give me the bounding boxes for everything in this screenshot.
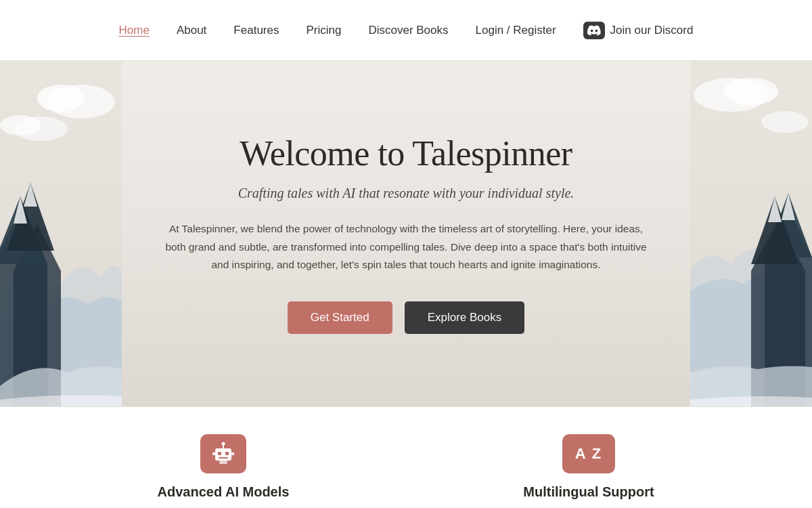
right-decoration — [690, 61, 812, 406]
feature-multilingual-title: Multilingual Support — [523, 484, 654, 500]
svg-marker-15 — [782, 193, 795, 220]
svg-rect-17 — [215, 448, 231, 461]
hero-section: Welcome to Talespinner Crafting tales wi… — [0, 61, 812, 406]
svg-rect-19 — [225, 452, 229, 455]
discord-label: Join our Discord — [610, 24, 694, 37]
hero-content: Welcome to Talespinner Crafting tales wi… — [162, 133, 650, 333]
svg-marker-7 — [14, 196, 27, 224]
feature-multilingual: A Z Multilingual Support Write in any la… — [460, 434, 717, 508]
nav-pricing[interactable]: Pricing — [306, 24, 341, 37]
nav-discover-books[interactable]: Discover Books — [368, 24, 448, 37]
nav-features[interactable]: Features — [233, 24, 279, 37]
navigation: Home About Features Pricing Discover Boo… — [0, 0, 812, 61]
svg-point-4 — [0, 115, 41, 135]
svg-marker-6 — [7, 183, 54, 251]
svg-rect-18 — [218, 452, 221, 455]
hero-description: At Talespinner, we blend the power of te… — [162, 220, 650, 274]
svg-marker-16 — [768, 196, 782, 222]
svg-point-22 — [222, 442, 225, 446]
left-decoration — [0, 61, 122, 406]
svg-marker-14 — [751, 196, 798, 264]
nav-login-register[interactable]: Login / Register — [476, 24, 556, 37]
multilingual-icon-box: A Z — [562, 434, 615, 473]
explore-books-button[interactable]: Explore Books — [405, 301, 525, 334]
get-started-button[interactable]: Get Started — [288, 301, 392, 334]
svg-rect-24 — [231, 452, 234, 455]
svg-rect-20 — [219, 457, 228, 459]
feature-ai-models: Advanced AI Models Access multiple front… — [95, 434, 352, 508]
svg-point-11 — [724, 78, 778, 105]
az-text: A Z — [575, 445, 603, 463]
discord-button[interactable]: Join our Discord — [583, 22, 694, 39]
svg-rect-23 — [212, 452, 215, 455]
svg-point-1 — [47, 85, 115, 119]
svg-marker-5 — [0, 196, 47, 264]
nav-about[interactable]: About — [177, 24, 206, 37]
svg-rect-0 — [0, 61, 122, 406]
discord-icon — [583, 22, 605, 39]
hero-subtitle: Crafting tales with AI that resonate wit… — [162, 186, 650, 201]
feature-ai-title: Advanced AI Models — [158, 484, 290, 500]
svg-point-12 — [761, 111, 809, 133]
svg-marker-13 — [765, 193, 812, 257]
svg-rect-9 — [690, 61, 812, 406]
svg-point-2 — [37, 85, 85, 112]
nav-home[interactable]: Home — [119, 24, 150, 37]
svg-point-10 — [694, 78, 768, 112]
svg-marker-8 — [24, 183, 37, 207]
features-section: Advanced AI Models Access multiple front… — [0, 406, 812, 508]
hero-buttons: Get Started Explore Books — [162, 301, 650, 334]
svg-point-3 — [14, 117, 68, 141]
svg-rect-25 — [219, 461, 227, 464]
ai-models-icon-box — [200, 434, 246, 473]
hero-title: Welcome to Talespinner — [162, 133, 650, 173]
